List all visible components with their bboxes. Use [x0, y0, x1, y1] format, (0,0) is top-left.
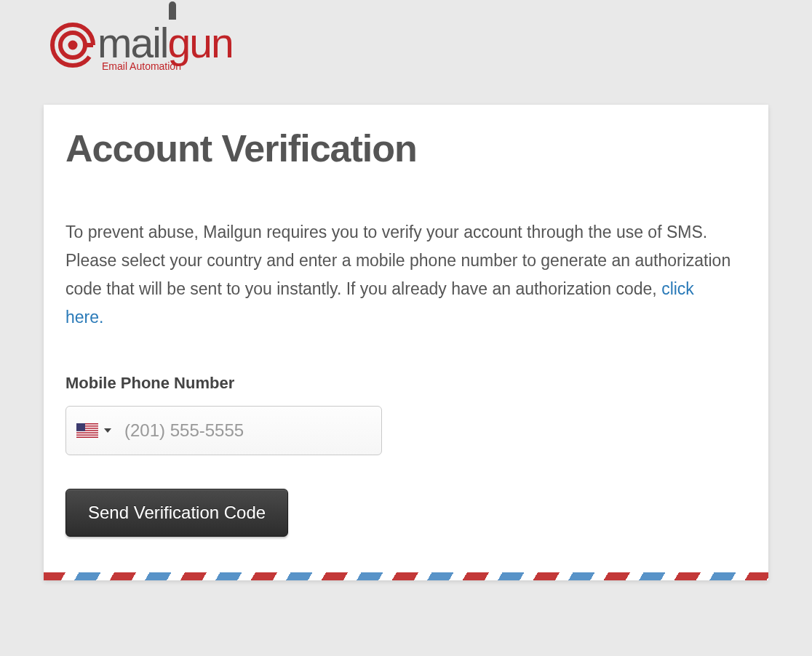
country-dropdown-caret-icon[interactable] — [104, 428, 111, 433]
phone-input-group — [65, 406, 382, 455]
airmail-stripe-decoration — [44, 572, 768, 580]
svg-point-2 — [68, 41, 78, 50]
svg-rect-9 — [76, 436, 98, 437]
svg-rect-8 — [76, 433, 98, 435]
svg-rect-10 — [76, 423, 85, 431]
logo-word-gun: gun — [168, 20, 233, 66]
phone-field-label: Mobile Phone Number — [65, 374, 747, 393]
logo-wordmark: mailgun — [97, 23, 233, 64]
verification-card: Account Verification To prevent abuse, M… — [44, 105, 768, 580]
svg-rect-7 — [76, 431, 98, 433]
logo-container: mailgun Email Automation — [49, 22, 768, 68]
us-flag-icon[interactable] — [76, 423, 98, 438]
desc-text: To prevent abuse, Mailgun requires you t… — [65, 223, 731, 298]
logo-tagline: Email Automation — [102, 60, 181, 72]
verification-description: To prevent abuse, Mailgun requires you t… — [65, 218, 735, 332]
at-sign-icon — [49, 22, 96, 68]
phone-number-input[interactable] — [124, 420, 371, 441]
mailgun-logo: mailgun Email Automation — [49, 22, 768, 68]
page-title: Account Verification — [65, 127, 747, 170]
send-verification-button[interactable]: Send Verification Code — [65, 489, 288, 537]
logo-word-mail: mail — [97, 20, 168, 66]
